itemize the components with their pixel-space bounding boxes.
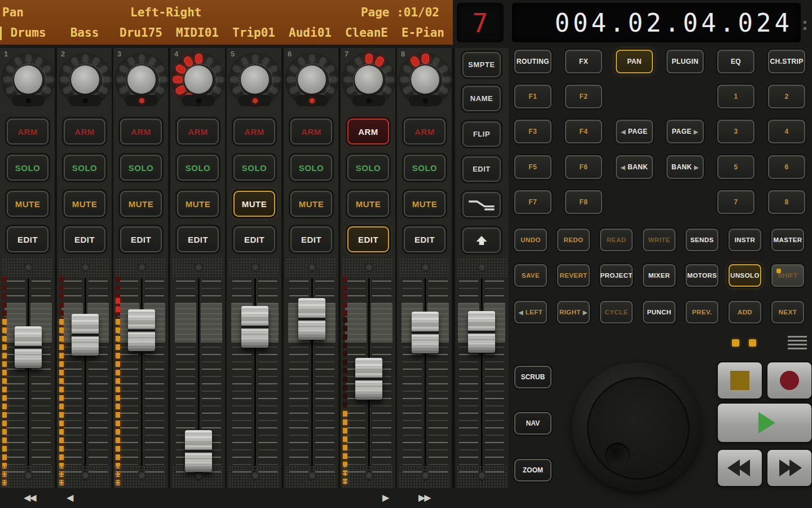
solo-button-ch2[interactable]: SOLO: [64, 155, 105, 181]
mute-button-ch6[interactable]: MUTE: [290, 191, 332, 217]
pan-knob[interactable]: [285, 52, 339, 107]
solo-button-ch7[interactable]: SOLO: [347, 155, 389, 181]
arm-button-ch4[interactable]: ARM: [177, 119, 219, 144]
num-5-button[interactable]: 5: [717, 155, 754, 179]
mute-button-ch5[interactable]: MUTE: [233, 191, 275, 217]
right-button[interactable]: RIGHT▶: [557, 301, 590, 323]
fader-cap[interactable]: [15, 326, 42, 368]
read-button[interactable]: READ: [600, 229, 633, 251]
mute-button-ch8[interactable]: MUTE: [404, 191, 445, 217]
menu-icon[interactable]: [788, 336, 807, 352]
undo-button[interactable]: UNDO: [514, 229, 547, 251]
step-forward-arrow[interactable]: ▶: [382, 492, 388, 503]
fx-button[interactable]: FX: [565, 50, 602, 73]
f6-button[interactable]: F6: [565, 155, 602, 179]
num-6-button[interactable]: 6: [768, 155, 805, 179]
arm-button-ch1[interactable]: ARM: [7, 119, 48, 144]
write-button[interactable]: WRITE: [643, 229, 676, 251]
num-4-button[interactable]: 4: [768, 120, 805, 143]
ch-strip-button[interactable]: CH.STRIP: [768, 50, 805, 73]
num-3-button[interactable]: 3: [717, 120, 754, 143]
mute-button-ch4[interactable]: MUTE: [177, 191, 219, 217]
stop-button[interactable]: [718, 362, 762, 398]
edit-button-ch5[interactable]: EDIT: [233, 226, 275, 252]
fader-track[interactable]: [425, 278, 426, 481]
bank-right-button[interactable]: BANK▶: [667, 155, 704, 179]
fader-cap[interactable]: [412, 312, 439, 353]
pan-knob[interactable]: [1, 52, 55, 107]
edit-button-ch1[interactable]: EDIT: [7, 226, 48, 252]
solo-button-ch8[interactable]: SOLO: [404, 155, 445, 181]
pan-knob[interactable]: [171, 52, 226, 107]
f3-button[interactable]: F3: [514, 120, 551, 143]
num-1-button[interactable]: 1: [717, 85, 754, 108]
step-back-arrow[interactable]: ◀: [67, 492, 72, 503]
fader-cap[interactable]: [241, 306, 268, 348]
flip-button[interactable]: FLIP: [462, 121, 501, 147]
fader-track[interactable]: [85, 278, 86, 481]
redo-button[interactable]: REDO: [557, 229, 590, 251]
cycle-button[interactable]: CYCLE: [600, 301, 633, 323]
shift-up-icon[interactable]: [462, 227, 501, 253]
routing-button[interactable]: ROUTING: [514, 50, 551, 73]
pan-knob[interactable]: [342, 52, 396, 107]
edit-button[interactable]: EDIT: [462, 156, 501, 182]
arm-button-ch7[interactable]: ARM: [347, 119, 389, 144]
mute-button-ch2[interactable]: MUTE: [64, 191, 105, 217]
next-button[interactable]: NEXT: [771, 301, 804, 323]
edit-button-ch2[interactable]: EDIT: [64, 226, 105, 252]
edit-button-ch7[interactable]: EDIT: [347, 226, 389, 252]
plugin-button[interactable]: PLUGIN: [667, 50, 704, 73]
f8-button[interactable]: F8: [565, 190, 602, 214]
punch-button[interactable]: PUNCH: [643, 301, 676, 323]
scrub-button[interactable]: SCRUB: [514, 366, 551, 388]
play-button[interactable]: [718, 404, 811, 442]
mute-button-ch3[interactable]: MUTE: [120, 191, 162, 217]
revert-button[interactable]: REVERT: [557, 264, 590, 287]
prev-button[interactable]: PREV.: [686, 301, 718, 323]
pan-knob[interactable]: [114, 52, 169, 107]
fast-rewind-arrow[interactable]: ◀◀: [24, 492, 36, 503]
fast-forward-arrow[interactable]: ▶▶: [418, 492, 430, 503]
pan-knob[interactable]: [398, 52, 452, 107]
page-left-button[interactable]: ◀PAGE: [616, 120, 653, 143]
zoom-button[interactable]: ZOOM: [514, 459, 551, 481]
num-7-button[interactable]: 7: [717, 190, 754, 214]
bank-left-button[interactable]: ◀BANK: [616, 155, 653, 179]
automation-curve-icon[interactable]: [462, 192, 501, 217]
num-8-button[interactable]: 8: [768, 190, 805, 214]
arm-button-ch3[interactable]: ARM: [120, 119, 162, 144]
add-button[interactable]: ADD: [729, 301, 761, 323]
rewind-button[interactable]: [718, 450, 762, 486]
fader-track[interactable]: [28, 278, 29, 481]
mixer-button[interactable]: MIXER: [643, 264, 676, 287]
pan-knob[interactable]: [58, 52, 112, 107]
fader-track[interactable]: [481, 278, 483, 481]
edit-button-ch3[interactable]: EDIT: [120, 226, 162, 252]
pan-button[interactable]: PAN: [616, 50, 653, 73]
fader-track[interactable]: [141, 278, 143, 481]
f2-button[interactable]: F2: [565, 85, 602, 108]
arm-button-ch8[interactable]: ARM: [404, 119, 445, 144]
arm-button-ch5[interactable]: ARM: [233, 119, 275, 144]
solo-button-ch1[interactable]: SOLO: [7, 155, 48, 181]
unsolo-button[interactable]: UNSOLO: [729, 264, 761, 287]
sends-button[interactable]: SENDS: [686, 229, 718, 251]
pan-knob[interactable]: [228, 52, 282, 107]
record-button[interactable]: [767, 362, 811, 398]
f7-button[interactable]: F7: [514, 190, 551, 214]
nav-button[interactable]: NAV: [514, 412, 551, 435]
jog-wheel[interactable]: [572, 362, 701, 491]
project-button[interactable]: PROJECT: [600, 264, 633, 287]
solo-button-ch5[interactable]: SOLO: [233, 155, 275, 181]
master-button[interactable]: MASTER: [771, 229, 804, 251]
solo-button-ch3[interactable]: SOLO: [120, 155, 162, 181]
instr-button[interactable]: INSTR: [729, 229, 761, 251]
fader-cap[interactable]: [128, 309, 155, 351]
motors-button[interactable]: MOTORS: [686, 264, 718, 287]
solo-button-ch4[interactable]: SOLO: [177, 155, 219, 181]
fader-cap[interactable]: [468, 311, 495, 353]
arm-button-ch6[interactable]: ARM: [290, 119, 332, 144]
page-right-button[interactable]: PAGE▶: [667, 120, 704, 143]
save-button[interactable]: SAVE: [514, 264, 547, 287]
